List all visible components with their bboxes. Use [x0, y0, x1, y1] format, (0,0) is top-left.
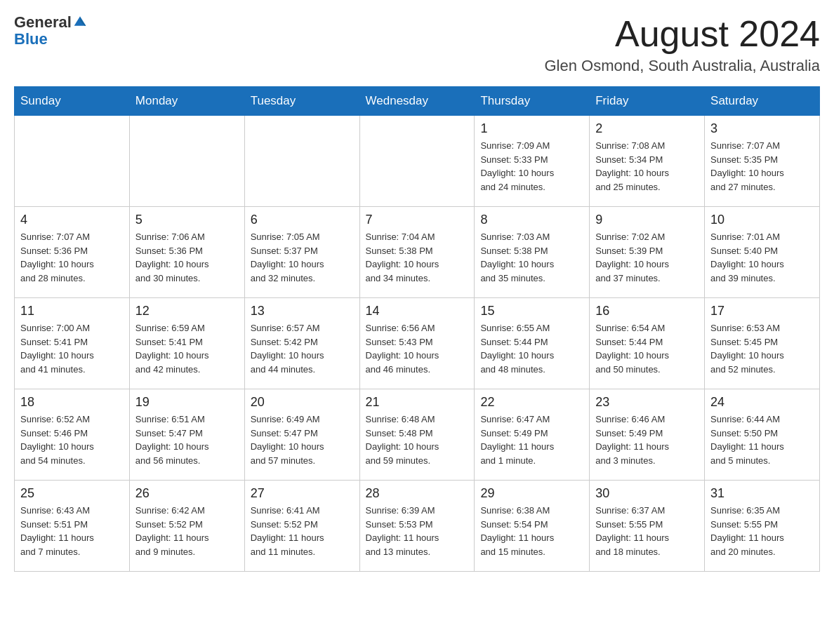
day-info: Sunrise: 7:08 AM Sunset: 5:34 PM Dayligh… [595, 139, 699, 194]
calendar-cell: 30Sunrise: 6:37 AM Sunset: 5:55 PM Dayli… [590, 481, 705, 572]
day-number: 24 [710, 395, 814, 410]
weekday-header-thursday: Thursday [475, 87, 590, 116]
day-number: 22 [480, 395, 583, 410]
calendar-cell: 18Sunrise: 6:52 AM Sunset: 5:46 PM Dayli… [15, 389, 130, 481]
day-info: Sunrise: 7:06 AM Sunset: 5:36 PM Dayligh… [135, 230, 239, 285]
calendar-cell: 17Sunrise: 6:53 AM Sunset: 5:45 PM Dayli… [705, 298, 820, 389]
weekday-header-wednesday: Wednesday [359, 87, 475, 116]
day-info: Sunrise: 6:49 AM Sunset: 5:47 PM Dayligh… [251, 412, 354, 467]
day-info: Sunrise: 7:02 AM Sunset: 5:39 PM Dayligh… [595, 230, 699, 285]
day-number: 9 [595, 213, 699, 227]
day-info: Sunrise: 6:37 AM Sunset: 5:55 PM Dayligh… [595, 504, 699, 558]
day-info: Sunrise: 7:00 AM Sunset: 5:41 PM Dayligh… [20, 321, 124, 376]
calendar-cell: 25Sunrise: 6:43 AM Sunset: 5:51 PM Dayli… [15, 481, 130, 572]
calendar-cell: 23Sunrise: 6:46 AM Sunset: 5:49 PM Dayli… [590, 389, 705, 481]
calendar-cell: 24Sunrise: 6:44 AM Sunset: 5:50 PM Dayli… [705, 389, 820, 481]
calendar-cell: 15Sunrise: 6:55 AM Sunset: 5:44 PM Dayli… [475, 298, 590, 389]
calendar-cell: 5Sunrise: 7:06 AM Sunset: 5:36 PM Daylig… [129, 207, 244, 298]
day-number: 5 [135, 213, 239, 227]
calendar-cell: 29Sunrise: 6:38 AM Sunset: 5:54 PM Dayli… [475, 481, 590, 572]
weekday-header-tuesday: Tuesday [244, 87, 359, 116]
calendar-cell: 8Sunrise: 7:03 AM Sunset: 5:38 PM Daylig… [475, 207, 590, 298]
day-info: Sunrise: 6:59 AM Sunset: 5:41 PM Dayligh… [135, 321, 239, 376]
day-number: 19 [135, 395, 239, 410]
day-info: Sunrise: 6:39 AM Sunset: 5:53 PM Dayligh… [366, 504, 469, 558]
day-number: 4 [20, 213, 124, 227]
calendar-cell: 28Sunrise: 6:39 AM Sunset: 5:53 PM Dayli… [359, 481, 475, 572]
day-info: Sunrise: 6:42 AM Sunset: 5:52 PM Dayligh… [135, 504, 239, 558]
day-info: Sunrise: 7:09 AM Sunset: 5:33 PM Dayligh… [480, 139, 583, 194]
day-info: Sunrise: 6:41 AM Sunset: 5:52 PM Dayligh… [251, 504, 354, 558]
day-info: Sunrise: 7:07 AM Sunset: 5:36 PM Dayligh… [20, 230, 124, 285]
calendar-cell: 26Sunrise: 6:42 AM Sunset: 5:52 PM Dayli… [129, 481, 244, 572]
day-info: Sunrise: 6:55 AM Sunset: 5:44 PM Dayligh… [480, 321, 583, 376]
day-info: Sunrise: 6:44 AM Sunset: 5:50 PM Dayligh… [710, 412, 814, 467]
page-header: General Blue August 2024 Glen Osmond, So… [14, 14, 820, 75]
calendar-cell [129, 116, 244, 207]
day-info: Sunrise: 7:03 AM Sunset: 5:38 PM Dayligh… [480, 230, 583, 285]
day-number: 10 [710, 213, 814, 227]
day-number: 3 [710, 121, 814, 136]
day-number: 2 [595, 121, 699, 136]
weekday-header-monday: Monday [129, 87, 244, 116]
calendar-cell: 7Sunrise: 7:04 AM Sunset: 5:38 PM Daylig… [359, 207, 475, 298]
day-info: Sunrise: 6:48 AM Sunset: 5:48 PM Dayligh… [366, 412, 469, 467]
calendar-cell: 20Sunrise: 6:49 AM Sunset: 5:47 PM Dayli… [244, 389, 359, 481]
day-info: Sunrise: 6:56 AM Sunset: 5:43 PM Dayligh… [366, 321, 469, 376]
weekday-header-friday: Friday [590, 87, 705, 116]
calendar-week-2: 4Sunrise: 7:07 AM Sunset: 5:36 PM Daylig… [15, 207, 820, 298]
day-info: Sunrise: 6:47 AM Sunset: 5:49 PM Dayligh… [480, 412, 583, 467]
day-info: Sunrise: 6:53 AM Sunset: 5:45 PM Dayligh… [710, 321, 814, 376]
calendar-header-row: SundayMondayTuesdayWednesdayThursdayFrid… [15, 87, 820, 116]
calendar-cell: 2Sunrise: 7:08 AM Sunset: 5:34 PM Daylig… [590, 116, 705, 207]
calendar-cell [244, 116, 359, 207]
day-number: 31 [710, 486, 814, 501]
day-info: Sunrise: 6:54 AM Sunset: 5:44 PM Dayligh… [595, 321, 699, 376]
calendar-cell: 10Sunrise: 7:01 AM Sunset: 5:40 PM Dayli… [705, 207, 820, 298]
day-info: Sunrise: 6:35 AM Sunset: 5:55 PM Dayligh… [710, 504, 814, 558]
day-number: 27 [251, 486, 354, 501]
calendar-cell: 11Sunrise: 7:00 AM Sunset: 5:41 PM Dayli… [15, 298, 130, 389]
weekday-header-sunday: Sunday [15, 87, 130, 116]
day-number: 8 [480, 213, 583, 227]
day-number: 21 [366, 395, 469, 410]
calendar-week-5: 25Sunrise: 6:43 AM Sunset: 5:51 PM Dayli… [15, 481, 820, 572]
day-info: Sunrise: 6:57 AM Sunset: 5:42 PM Dayligh… [251, 321, 354, 376]
calendar-cell: 1Sunrise: 7:09 AM Sunset: 5:33 PM Daylig… [475, 116, 590, 207]
day-number: 6 [251, 213, 354, 227]
calendar-week-4: 18Sunrise: 6:52 AM Sunset: 5:46 PM Dayli… [15, 389, 820, 481]
day-info: Sunrise: 7:01 AM Sunset: 5:40 PM Dayligh… [710, 230, 814, 285]
day-info: Sunrise: 6:46 AM Sunset: 5:49 PM Dayligh… [595, 412, 699, 467]
day-number: 25 [20, 486, 124, 501]
day-number: 29 [480, 486, 583, 501]
calendar-table: SundayMondayTuesdayWednesdayThursdayFrid… [14, 86, 820, 572]
day-info: Sunrise: 7:04 AM Sunset: 5:38 PM Dayligh… [366, 230, 469, 285]
calendar-cell: 3Sunrise: 7:07 AM Sunset: 5:35 PM Daylig… [705, 116, 820, 207]
day-number: 20 [251, 395, 354, 410]
logo-icon [73, 14, 87, 28]
calendar-cell: 16Sunrise: 6:54 AM Sunset: 5:44 PM Dayli… [590, 298, 705, 389]
calendar-cell: 31Sunrise: 6:35 AM Sunset: 5:55 PM Dayli… [705, 481, 820, 572]
day-number: 12 [135, 304, 239, 318]
day-info: Sunrise: 6:43 AM Sunset: 5:51 PM Dayligh… [20, 504, 124, 558]
day-number: 28 [366, 486, 469, 501]
day-info: Sunrise: 7:07 AM Sunset: 5:35 PM Dayligh… [710, 139, 814, 194]
calendar-cell: 22Sunrise: 6:47 AM Sunset: 5:49 PM Dayli… [475, 389, 590, 481]
calendar-cell: 14Sunrise: 6:56 AM Sunset: 5:43 PM Dayli… [359, 298, 475, 389]
day-number: 30 [595, 486, 699, 501]
calendar-cell: 6Sunrise: 7:05 AM Sunset: 5:37 PM Daylig… [244, 207, 359, 298]
calendar-cell: 27Sunrise: 6:41 AM Sunset: 5:52 PM Dayli… [244, 481, 359, 572]
weekday-header-saturday: Saturday [705, 87, 820, 116]
calendar-cell: 9Sunrise: 7:02 AM Sunset: 5:39 PM Daylig… [590, 207, 705, 298]
day-number: 14 [366, 304, 469, 318]
logo: General Blue [14, 14, 87, 48]
calendar-cell [359, 116, 475, 207]
day-info: Sunrise: 6:51 AM Sunset: 5:47 PM Dayligh… [135, 412, 239, 467]
location-title: Glen Osmond, South Australia, Australia [544, 57, 820, 75]
day-number: 13 [251, 304, 354, 318]
title-section: August 2024 Glen Osmond, South Australia… [544, 14, 820, 75]
day-number: 18 [20, 395, 124, 410]
logo-general-text: General [14, 14, 72, 31]
day-number: 1 [480, 121, 583, 136]
calendar-cell [15, 116, 130, 207]
